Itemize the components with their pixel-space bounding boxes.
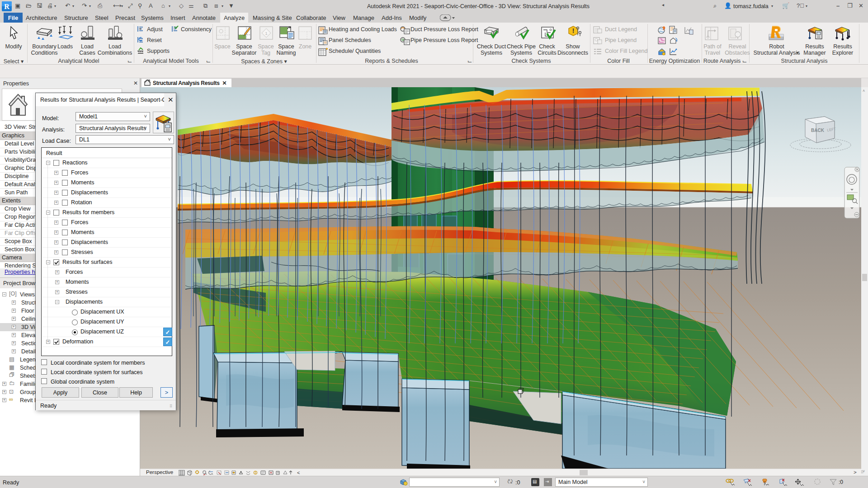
svg-text::0: :0: [839, 479, 843, 485]
svg-text:BACK: BACK: [811, 128, 825, 133]
svg-text:!: !: [572, 27, 575, 34]
svg-text:˂: ˂: [297, 470, 300, 475]
svg-text:1: 1: [265, 31, 267, 36]
svg-text:R: R: [4, 3, 9, 10]
